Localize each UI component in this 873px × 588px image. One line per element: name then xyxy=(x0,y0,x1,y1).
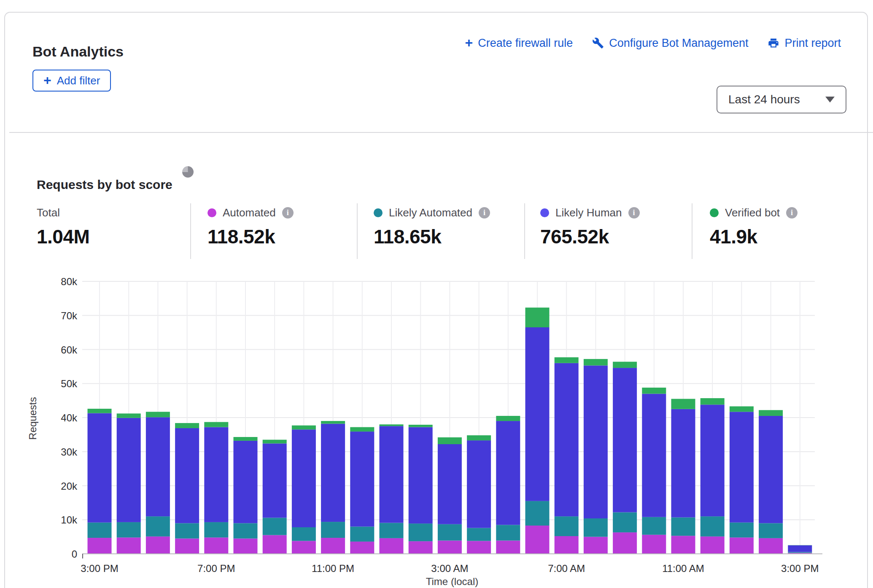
bot-score-chart[interactable]: 010k20k30k40k50k60k70k80k3:00 PM7:00 PM1… xyxy=(0,253,873,588)
bar-segment[interactable] xyxy=(350,542,374,554)
bar-segment[interactable] xyxy=(204,427,228,522)
bar-segment[interactable] xyxy=(525,526,550,554)
bar-segment[interactable] xyxy=(613,512,637,532)
bar-segment[interactable] xyxy=(496,525,520,540)
info-icon[interactable]: i xyxy=(282,207,294,218)
bar-segment[interactable] xyxy=(292,429,316,527)
bar-segment[interactable] xyxy=(321,538,345,554)
bar-segment[interactable] xyxy=(613,362,637,368)
bar-segment[interactable] xyxy=(555,516,579,536)
bar-segment[interactable] xyxy=(467,435,491,440)
bar-segment[interactable] xyxy=(759,416,783,523)
bar-segment[interactable] xyxy=(175,428,199,523)
bar-segment[interactable] xyxy=(292,426,316,430)
bar-segment[interactable] xyxy=(671,399,695,409)
info-icon[interactable]: i xyxy=(786,207,798,218)
bar-segment[interactable] xyxy=(788,552,812,553)
bar-segment[interactable] xyxy=(759,523,783,538)
bar-segment[interactable] xyxy=(146,537,170,554)
bar-segment[interactable] xyxy=(613,532,637,554)
info-icon[interactable]: i xyxy=(479,207,490,218)
bar-segment[interactable] xyxy=(88,409,112,413)
bar-segment[interactable] xyxy=(671,518,695,536)
bar-segment[interactable] xyxy=(409,425,433,427)
bar-segment[interactable] xyxy=(292,527,316,541)
bar-segment[interactable] xyxy=(350,427,374,432)
bar-segment[interactable] xyxy=(117,522,141,537)
bar-segment[interactable] xyxy=(321,421,345,423)
info-icon[interactable]: i xyxy=(628,207,640,218)
bar-segment[interactable] xyxy=(204,537,228,554)
bar-segment[interactable] xyxy=(759,538,783,554)
bar-segment[interactable] xyxy=(467,528,491,541)
bar-segment[interactable] xyxy=(642,535,666,554)
bar-segment[interactable] xyxy=(525,327,550,501)
bar-segment[interactable] xyxy=(146,412,170,417)
bar-segment[interactable] xyxy=(555,357,579,363)
bar-segment[interactable] xyxy=(350,526,374,542)
bar-segment[interactable] xyxy=(88,413,112,523)
bar-segment[interactable] xyxy=(613,368,637,512)
bar-segment[interactable] xyxy=(525,307,550,327)
bar-segment[interactable] xyxy=(555,536,579,554)
bar-segment[interactable] xyxy=(642,388,666,394)
bar-segment[interactable] xyxy=(146,516,170,537)
bar-segment[interactable] xyxy=(117,413,141,418)
bar-segment[interactable] xyxy=(701,398,725,405)
create-firewall-rule-link[interactable]: + Create firewall rule xyxy=(465,36,573,50)
bar-segment[interactable] xyxy=(496,541,520,554)
bar-segment[interactable] xyxy=(175,423,199,428)
bar-segment[interactable] xyxy=(467,541,491,554)
bar-segment[interactable] xyxy=(555,363,579,516)
bar-segment[interactable] xyxy=(175,523,199,538)
bar-segment[interactable] xyxy=(525,501,550,526)
bar-segment[interactable] xyxy=(321,522,345,538)
bar-segment[interactable] xyxy=(175,539,199,554)
bar-segment[interactable] xyxy=(321,424,345,522)
bar-segment[interactable] xyxy=(263,440,287,443)
print-report-link[interactable]: Print report xyxy=(768,37,841,50)
bar-segment[interactable] xyxy=(438,437,462,444)
bar-segment[interactable] xyxy=(730,537,754,554)
bar-segment[interactable] xyxy=(496,416,520,421)
bar-segment[interactable] xyxy=(438,524,462,541)
bar-segment[interactable] xyxy=(730,406,754,412)
bar-segment[interactable] xyxy=(409,523,433,541)
bar-segment[interactable] xyxy=(380,424,404,426)
bar-segment[interactable] xyxy=(204,422,228,427)
bar-segment[interactable] xyxy=(146,417,170,516)
bar-segment[interactable] xyxy=(263,518,287,535)
bar-segment[interactable] xyxy=(584,365,608,518)
bar-segment[interactable] xyxy=(409,541,433,554)
bar-segment[interactable] xyxy=(584,359,608,365)
bar-segment[interactable] xyxy=(234,539,258,554)
bar-segment[interactable] xyxy=(730,412,754,522)
add-filter-button[interactable]: + Add filter xyxy=(32,70,111,92)
bar-segment[interactable] xyxy=(117,537,141,554)
bar-segment[interactable] xyxy=(234,441,258,523)
bar-segment[interactable] xyxy=(701,516,725,537)
bar-segment[interactable] xyxy=(671,536,695,554)
bar-segment[interactable] xyxy=(88,523,112,538)
bar-segment[interactable] xyxy=(759,410,783,416)
bar-segment[interactable] xyxy=(380,426,404,523)
bar-segment[interactable] xyxy=(204,522,228,537)
bar-segment[interactable] xyxy=(671,409,695,518)
bar-segment[interactable] xyxy=(88,538,112,554)
bar-segment[interactable] xyxy=(234,523,258,538)
bar-segment[interactable] xyxy=(701,405,725,516)
bar-segment[interactable] xyxy=(380,523,404,538)
bar-segment[interactable] xyxy=(438,541,462,554)
bar-segment[interactable] xyxy=(584,537,608,554)
bar-segment[interactable] xyxy=(234,437,258,441)
bar-segment[interactable] xyxy=(788,545,812,552)
bar-segment[interactable] xyxy=(380,538,404,554)
bar-segment[interactable] xyxy=(263,535,287,554)
bar-segment[interactable] xyxy=(584,518,608,537)
bar-segment[interactable] xyxy=(467,440,491,528)
bar-segment[interactable] xyxy=(701,537,725,554)
bar-segment[interactable] xyxy=(642,517,666,535)
time-range-select[interactable]: Last 24 hours xyxy=(717,86,846,113)
bar-segment[interactable] xyxy=(496,421,520,525)
bar-segment[interactable] xyxy=(292,541,316,554)
